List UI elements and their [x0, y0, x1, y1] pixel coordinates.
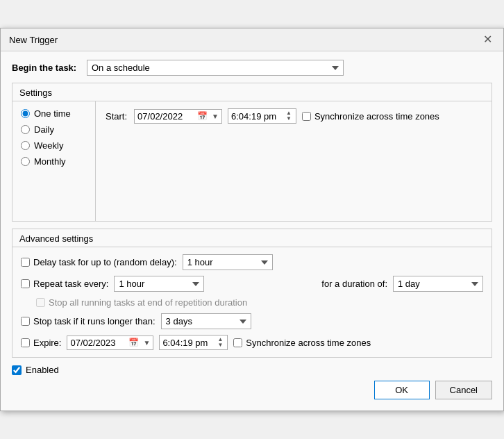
stop-longer-select[interactable]: 30 minutes 1 hour 2 hours 3 days 30 days: [161, 313, 251, 329]
radio-daily-input[interactable]: [21, 125, 30, 134]
advanced-settings-section: Advanced settings Delay task for up to (…: [12, 229, 492, 358]
radio-daily-label: Daily: [34, 124, 54, 135]
start-time-input[interactable]: [231, 111, 283, 122]
button-row: OK Cancel: [12, 381, 492, 399]
settings-title: Settings: [12, 83, 492, 101]
radio-monthly[interactable]: Monthly: [21, 156, 87, 167]
delay-task-label[interactable]: Delay task for up to (random delay):: [21, 257, 177, 267]
begin-task-row: Begin the task: On a schedule At log on …: [12, 60, 492, 76]
schedule-spacer: [106, 124, 482, 214]
expire-row: Expire: 📅 ▼ ▲ ▼: [21, 335, 483, 350]
radio-one-time[interactable]: One time: [21, 108, 87, 119]
sync-label-expire[interactable]: Synchronize across time zones: [246, 338, 371, 348]
stop-longer-label[interactable]: Stop task if it runs longer than:: [21, 316, 156, 326]
cal-dropdown-icon[interactable]: ▼: [212, 113, 219, 120]
expire-time-spin-buttons: ▲ ▼: [216, 337, 224, 348]
stop-running-text: Stop all running tasks at end of repetit…: [49, 297, 247, 308]
settings-section: Settings One time Daily Weekly: [12, 83, 492, 222]
start-date-input[interactable]: [137, 111, 193, 122]
repeat-task-select[interactable]: 5 minutes 10 minutes 15 minutes 30 minut…: [114, 276, 204, 292]
radio-weekly-label: Weekly: [34, 140, 63, 151]
radio-weekly[interactable]: Weekly: [21, 140, 87, 151]
start-label: Start:: [106, 111, 127, 122]
for-duration-label: for a duration of:: [321, 279, 387, 289]
delay-task-row: Delay task for up to (random delay): 30 …: [21, 254, 483, 270]
repeat-task-checkbox[interactable]: [21, 279, 30, 288]
enabled-checkbox[interactable]: [12, 365, 22, 375]
sync-checkbox-start-input[interactable]: [302, 112, 311, 121]
sync-label-start[interactable]: Synchronize across time zones: [314, 111, 439, 122]
dialog-new-trigger: New Trigger ✕ Begin the task: On a sched…: [0, 28, 504, 411]
radio-one-time-input[interactable]: [21, 109, 30, 118]
dialog-content: Begin the task: On a schedule At log on …: [1, 51, 503, 411]
stop-running-checkbox: [36, 298, 45, 307]
ok-button[interactable]: OK: [374, 381, 430, 399]
expire-time-input[interactable]: [162, 338, 215, 348]
advanced-body: Delay task for up to (random delay): 30 …: [12, 247, 492, 357]
settings-body: One time Daily Weekly Monthly: [12, 101, 492, 221]
expire-time-down-button[interactable]: ▼: [216, 342, 224, 348]
repeat-task-text: Repeat task every:: [33, 279, 108, 289]
sync-checkbox-expire: Synchronize across time zones: [233, 338, 371, 348]
dialog-title: New Trigger: [9, 35, 58, 45]
start-date-wrapper: 📅 ▼: [134, 109, 222, 124]
sync-checkbox-start: Synchronize across time zones: [302, 111, 439, 122]
advanced-title: Advanced settings: [12, 229, 492, 247]
enabled-label[interactable]: Enabled: [26, 365, 59, 375]
start-row: Start: 📅 ▼ ▲ ▼: [106, 108, 482, 124]
expire-cal-dropdown-icon[interactable]: ▼: [143, 339, 150, 347]
radio-monthly-label: Monthly: [34, 156, 66, 167]
radio-monthly-input[interactable]: [21, 157, 30, 166]
stop-longer-checkbox[interactable]: [21, 317, 30, 326]
repeat-task-row: Repeat task every: 5 minutes 10 minutes …: [21, 276, 483, 292]
time-spin-buttons: ▲ ▼: [285, 110, 293, 122]
sync-checkbox-expire-input[interactable]: [233, 338, 242, 347]
schedule-type-panel: One time Daily Weekly Monthly: [12, 101, 96, 221]
radio-daily[interactable]: Daily: [21, 124, 87, 135]
expire-text: Expire:: [33, 338, 61, 348]
begin-task-label: Begin the task:: [12, 63, 81, 73]
stop-longer-row: Stop task if it runs longer than: 30 min…: [21, 313, 483, 329]
repeat-task-label[interactable]: Repeat task every:: [21, 279, 108, 289]
expire-calendar-button[interactable]: 📅: [127, 338, 140, 347]
expire-date-input[interactable]: [70, 338, 124, 348]
delay-task-select[interactable]: 30 minutes 1 hour 2 hours 4 hours 8 hour…: [183, 254, 273, 270]
duration-select[interactable]: 15 minutes 30 minutes 1 hour 12 hours 1 …: [393, 276, 483, 292]
schedule-panel: Start: 📅 ▼ ▲ ▼: [96, 101, 492, 221]
stop-running-row: Stop all running tasks at end of repetit…: [21, 297, 483, 308]
radio-weekly-input[interactable]: [21, 141, 30, 150]
time-down-button[interactable]: ▼: [285, 116, 293, 122]
radio-one-time-label: One time: [34, 108, 71, 119]
stop-running-label: Stop all running tasks at end of repetit…: [36, 297, 247, 308]
title-bar: New Trigger ✕: [1, 28, 503, 51]
expire-date-wrapper: 📅 ▼: [67, 336, 153, 350]
enabled-row: Enabled: [12, 365, 492, 375]
expire-time-wrapper: ▲ ▼: [159, 335, 228, 350]
cancel-button[interactable]: Cancel: [435, 381, 492, 399]
delay-task-checkbox[interactable]: [21, 258, 30, 267]
expire-checkbox[interactable]: [21, 338, 30, 347]
start-time-wrapper: ▲ ▼: [228, 108, 296, 124]
stop-longer-text: Stop task if it runs longer than:: [33, 316, 156, 326]
calendar-button[interactable]: 📅: [196, 111, 209, 121]
expire-label[interactable]: Expire:: [21, 338, 61, 348]
close-button[interactable]: ✕: [480, 34, 495, 45]
delay-task-text: Delay task for up to (random delay):: [33, 257, 177, 267]
begin-task-select[interactable]: On a schedule At log on At startup On id…: [87, 60, 344, 76]
